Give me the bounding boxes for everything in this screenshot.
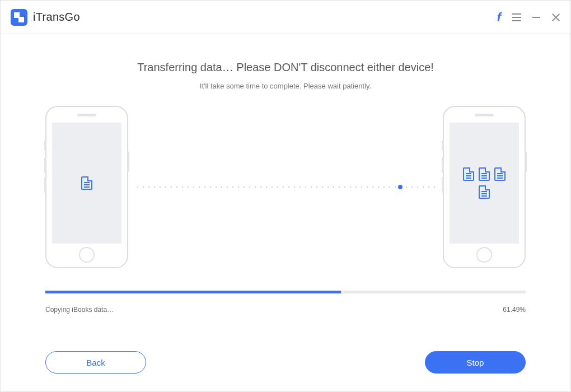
window-controls: f [497, 11, 560, 24]
titlebar: iTransGo f [1, 1, 570, 34]
transfer-illustration [45, 106, 526, 268]
document-icon [479, 185, 490, 199]
footer-actions: Back Stop [45, 351, 526, 374]
target-device [443, 106, 526, 268]
progress-fill [45, 291, 341, 293]
main-content: Transferring data… Please DON'T disconne… [1, 34, 570, 330]
app-title: iTransGo [33, 11, 80, 24]
facebook-icon[interactable]: f [497, 11, 501, 24]
stop-button[interactable]: Stop [425, 351, 526, 374]
document-icon [494, 167, 506, 181]
document-icon [81, 176, 92, 190]
document-icon [479, 167, 490, 181]
transfer-heading: Transferring data… Please DON'T disconne… [45, 61, 526, 74]
document-icon [463, 167, 474, 181]
close-icon[interactable] [551, 13, 560, 22]
back-button[interactable]: Back [45, 351, 146, 374]
transfer-subheading: It'll take some time to complete. Please… [45, 82, 526, 90]
transfer-pulse-icon [398, 185, 402, 189]
source-device [45, 106, 128, 268]
menu-icon[interactable] [512, 13, 521, 21]
transfer-connector [135, 186, 436, 188]
progress-bar [45, 291, 526, 293]
progress-status-text: Copying iBooks data… [45, 306, 114, 314]
progress-section: Copying iBooks data… 61.49% [45, 291, 526, 314]
progress-percent-text: 61.49% [503, 306, 526, 314]
app-logo-icon [11, 9, 27, 26]
minimize-icon[interactable] [532, 17, 540, 18]
